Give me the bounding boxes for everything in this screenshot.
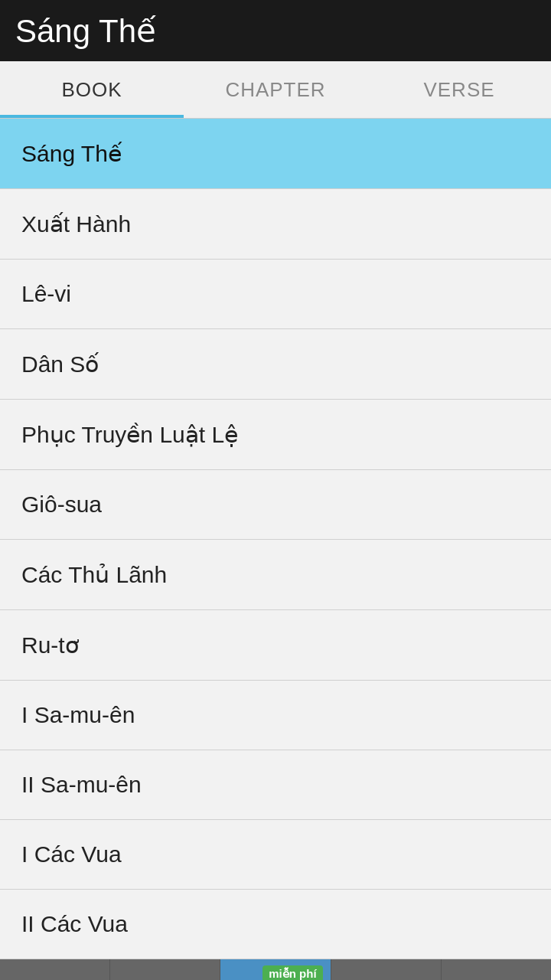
tab-book[interactable]: BOOK	[0, 61, 184, 118]
mien-phi-label: miễn phí	[262, 965, 322, 980]
tab-verse[interactable]: VERSE	[367, 61, 551, 118]
nav-highlight[interactable]	[331, 959, 442, 980]
nav-home[interactable]	[0, 959, 110, 980]
book-item[interactable]: Ru-tơ	[0, 610, 551, 681]
book-item[interactable]: Phục Truyền Luật Lệ	[0, 400, 551, 470]
tab-bar: BOOK CHAPTER VERSE	[0, 61, 551, 119]
book-item[interactable]: Sáng Thế	[0, 119, 551, 189]
app-title: Sáng Thế	[15, 12, 156, 50]
nav-bible[interactable]: miễn phí Kinh Thánh	[220, 959, 331, 980]
tab-chapter[interactable]: CHAPTER	[184, 61, 367, 118]
book-item[interactable]: II Các Vua	[0, 890, 551, 959]
book-item[interactable]: Các Thủ Lãnh	[0, 540, 551, 610]
book-item[interactable]: II Sa-mu-ên	[0, 750, 551, 820]
nav-settings[interactable]	[442, 959, 551, 980]
book-item[interactable]: I Sa-mu-ên	[0, 681, 551, 750]
book-item[interactable]: Lê-vi	[0, 260, 551, 329]
book-item[interactable]: Xuất Hành	[0, 189, 551, 260]
book-item[interactable]: I Các Vua	[0, 820, 551, 890]
bottom-nav: miễn phí Kinh Thánh	[0, 959, 551, 980]
nav-add[interactable]	[110, 959, 220, 980]
bible-badge: miễn phí Kinh Thánh	[220, 959, 330, 980]
app-header: Sáng Thế	[0, 0, 551, 61]
book-list: Sáng ThếXuất HànhLê-viDân SốPhục Truyền …	[0, 119, 551, 959]
book-item[interactable]: Dân Số	[0, 329, 551, 400]
book-item[interactable]: Giô-sua	[0, 470, 551, 540]
